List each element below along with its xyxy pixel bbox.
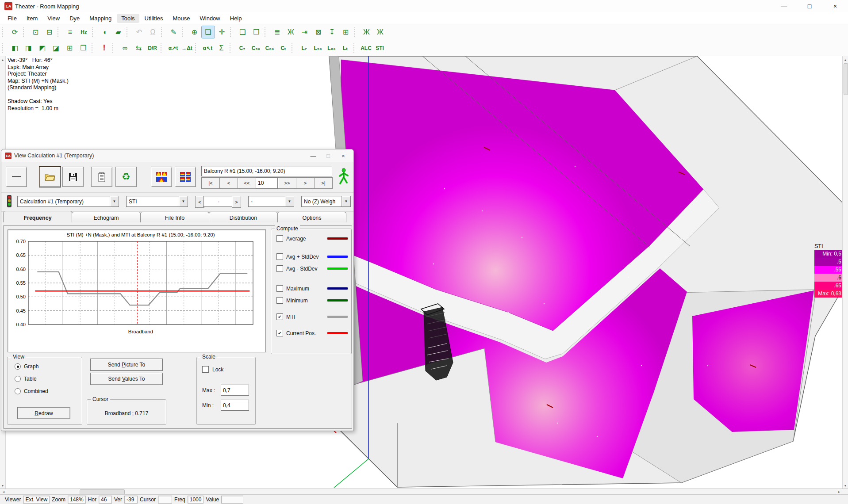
menu-tools[interactable]: Tools <box>117 14 139 23</box>
stack-icon[interactable]: ≣ <box>270 26 284 38</box>
send-values-button[interactable]: Send Values To <box>90 373 163 385</box>
zoom-window-icon[interactable]: ❒ <box>249 26 263 38</box>
room-box-icon[interactable]: ⊠ <box>311 26 325 38</box>
direct-reverb-icon[interactable]: D/R <box>146 42 159 54</box>
scroll-down-icon[interactable]: ▼ <box>0 483 5 489</box>
scrollbar-thumb[interactable] <box>80 489 125 494</box>
chevron-down-icon[interactable]: ▼ <box>110 196 119 206</box>
menu-file[interactable]: File <box>3 14 21 23</box>
nav-next-button[interactable]: > <box>296 177 315 189</box>
nav-fast-prev-button[interactable]: << <box>238 177 256 189</box>
right-scrollbar[interactable]: ▲ ▼ <box>842 56 848 489</box>
move-icon[interactable]: ✛ <box>215 26 229 38</box>
tile-topleft-icon[interactable]: ◩ <box>35 42 49 54</box>
l80-button[interactable]: L₈₀ <box>325 42 338 54</box>
c7-button[interactable]: C₇ <box>235 42 249 54</box>
scroll-left-icon[interactable]: ◄ <box>1 489 6 494</box>
redraw-button[interactable]: Redraw <box>17 407 70 419</box>
sti-button[interactable]: STI <box>373 42 387 54</box>
l7-button[interactable]: L₇ <box>297 42 311 54</box>
send-picture-button[interactable]: Send Picture To <box>90 359 163 371</box>
table-radio[interactable] <box>15 376 21 382</box>
maximize-button[interactable]: □ <box>797 0 822 12</box>
minimize-button[interactable]: — <box>771 0 797 12</box>
list-icon[interactable]: ≡ <box>63 26 77 38</box>
graph-radio[interactable] <box>15 363 21 370</box>
maximum-checkbox[interactable] <box>276 285 283 292</box>
menu-dye[interactable]: Dye <box>65 14 84 23</box>
enter-room-icon[interactable]: ⇥ <box>298 26 311 38</box>
scrollbar-thumb[interactable] <box>844 63 848 95</box>
sum-icon[interactable]: Σ <box>215 42 228 54</box>
lt-button[interactable]: Lₜ <box>338 42 352 54</box>
tab-distribution[interactable]: Distribution <box>209 212 278 222</box>
bandwidth-select[interactable]: - ▼ <box>248 196 294 207</box>
menu-mapping[interactable]: Mapping <box>85 14 116 23</box>
scroll-up-icon[interactable]: ▲ <box>843 57 848 63</box>
avg-stddev-checkbox[interactable] <box>276 265 283 272</box>
menu-help[interactable]: Help <box>226 14 246 23</box>
tab-options[interactable]: Options <box>277 212 346 222</box>
minimum-checkbox[interactable] <box>276 297 283 304</box>
center-origin-icon[interactable]: ⊕ <box>188 26 201 38</box>
loudspeaker-icon[interactable]: ◖ <box>98 26 111 38</box>
zoom-corners-icon[interactable]: ❑ <box>236 26 249 38</box>
avg-stddev-checkbox[interactable] <box>276 253 283 260</box>
figure-icon[interactable]: Ж <box>284 26 298 38</box>
bottom-scrollbar[interactable]: ◄ ► <box>0 489 848 494</box>
menu-mouse[interactable]: Mouse <box>168 14 194 23</box>
alpha-angle-icon[interactable]: α↖t <box>201 42 215 54</box>
tab-file-info[interactable]: File Info <box>140 212 209 222</box>
menu-view[interactable]: View <box>43 14 64 23</box>
room-3d-viewport[interactable]: Ver:-39° Hor: 46°Lspk: Main ArrayProject… <box>0 56 848 494</box>
refresh-icon[interactable]: ⟳ <box>8 26 22 38</box>
band-value-field[interactable]: · <box>203 196 232 207</box>
menu-window[interactable]: Window <box>196 14 225 23</box>
dialog-close-button[interactable]: × <box>336 149 351 162</box>
nav-position-input[interactable] <box>256 177 278 189</box>
pan-mode-icon[interactable]: ❏ <box>201 26 215 38</box>
speaker-swap-icon[interactable]: ⇆ <box>132 42 146 54</box>
scroll-up-icon[interactable]: ▲ <box>0 57 5 63</box>
chevron-down-icon[interactable]: ▼ <box>342 196 350 206</box>
clipboard-copy-icon[interactable]: ⊟ <box>42 26 56 38</box>
c80-button[interactable]: C₈₀ <box>263 42 276 54</box>
tile-left-icon[interactable]: ◧ <box>8 42 22 54</box>
alc-button[interactable]: ALC <box>359 42 373 54</box>
ct-button[interactable]: Cₜ <box>276 42 290 54</box>
weighting-select[interactable]: No (Z) Weigh ▼ <box>301 196 351 207</box>
menu-item[interactable]: Item <box>22 14 42 23</box>
link-rings-icon[interactable]: ∞ <box>118 42 132 54</box>
scroll-right-icon[interactable]: ► <box>836 489 842 494</box>
frequency-icon[interactable]: Hz <box>77 26 91 38</box>
map-type-select[interactable]: STI ▼ <box>126 196 188 207</box>
recalculate-button[interactable]: ♻ <box>115 167 137 187</box>
dialog-title-bar[interactable]: EA View Calculation #1 (Temporary) — □ × <box>1 149 353 162</box>
scale-max-input[interactable] <box>221 385 249 396</box>
chevron-down-icon[interactable]: ▼ <box>285 196 294 206</box>
jumping-figure-2-icon[interactable]: Ж <box>373 26 387 38</box>
tab-frequency[interactable]: Frequency <box>3 211 72 222</box>
close-button[interactable]: × <box>822 0 848 12</box>
scroll-down-icon[interactable]: ▼ <box>843 483 848 489</box>
audience-area-icon[interactable]: ▰ <box>111 26 125 38</box>
nav-fast-next-button[interactable]: >> <box>278 177 296 189</box>
average-checkbox[interactable] <box>276 235 283 242</box>
nav-prev-button[interactable]: < <box>219 177 238 189</box>
multi-map-button[interactable] <box>175 167 196 187</box>
walker-button[interactable] <box>336 166 352 187</box>
c50-button[interactable]: C₅₀ <box>249 42 263 54</box>
line-tool-button[interactable] <box>6 167 27 187</box>
scale-min-input[interactable] <box>221 400 249 411</box>
duplicate-window-icon[interactable]: ❐ <box>77 42 90 54</box>
download-icon[interactable]: ↧ <box>325 26 339 38</box>
combined-radio[interactable] <box>15 388 21 394</box>
current-pos-checkbox[interactable]: ✔ <box>276 330 283 336</box>
tile-bottomright-icon[interactable]: ◪ <box>49 42 63 54</box>
single-map-button[interactable] <box>151 167 172 187</box>
mti-checkbox[interactable]: ✔ <box>276 313 283 320</box>
dialog-minimize-button[interactable]: — <box>306 149 321 162</box>
jumping-figure-1-icon[interactable]: Ж <box>360 26 373 38</box>
band-next-button[interactable]: > <box>232 196 241 208</box>
frequency-chart[interactable]: STI (M) +N (Mask.) and MTI at Balcony R … <box>8 229 266 352</box>
